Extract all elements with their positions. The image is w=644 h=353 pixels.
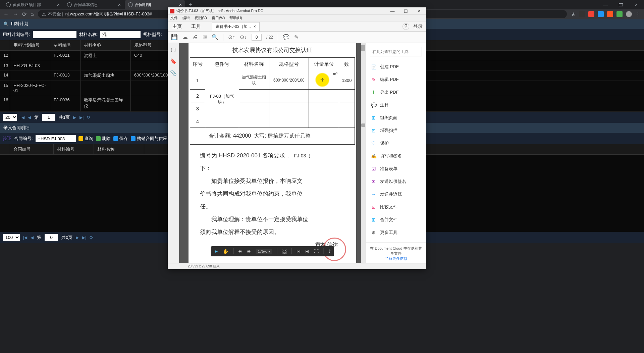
menu-item[interactable]: 编辑 <box>182 15 190 20</box>
extension-icon[interactable] <box>579 11 585 17</box>
window-maximize[interactable]: 🗖 <box>613 0 629 9</box>
acrobat-tab-home[interactable]: 主页 <box>168 23 186 30</box>
cloud-icon[interactable]: ☁ <box>182 34 188 40</box>
acrobat-tab-tools[interactable]: 工具 <box>186 23 205 30</box>
share-icon[interactable]: ⤴ <box>328 249 331 254</box>
pager-last[interactable]: ▶| <box>79 115 84 120</box>
sidebar-icon[interactable]: 🔖 <box>170 58 177 64</box>
tool-item[interactable]: ⊞组织页面 <box>366 111 426 124</box>
tool-item[interactable]: 🛡保护 <box>366 137 426 150</box>
acrobat-close[interactable]: × <box>413 7 426 15</box>
back-button[interactable]: ← <box>3 11 9 17</box>
pager-prev[interactable]: ◀ <box>28 115 31 120</box>
tab-close-icon[interactable]: × <box>118 2 121 7</box>
pager-refresh[interactable]: ⟳ <box>90 235 93 240</box>
tool-item[interactable]: ⊡比较文件 <box>366 201 426 213</box>
tool-item[interactable]: ⬇导出 PDF <box>366 86 426 99</box>
search-button[interactable]: 查询 <box>78 136 93 142</box>
acrobat-document-tab[interactable]: 询价书-FJ-03（加... × <box>212 22 260 31</box>
tool-item[interactable]: ⊡增强扫描 <box>366 124 426 137</box>
bookmark-icon[interactable]: ★ <box>571 11 576 17</box>
tool-item[interactable]: 📄创建 PDF <box>366 60 426 73</box>
pager-first[interactable]: |◀ <box>23 235 27 240</box>
select-tool-icon[interactable]: ➤ <box>214 249 218 254</box>
home-button[interactable]: ⌂ <box>31 11 34 17</box>
verify-link[interactable]: 验证 <box>3 136 11 142</box>
tools-search-input[interactable] <box>370 47 422 56</box>
page-size-select[interactable]: 20 <box>3 114 17 121</box>
print-icon[interactable]: 🖨 <box>193 34 198 40</box>
close-icon[interactable]: × <box>254 24 256 29</box>
sidebar-icon[interactable]: 📎 <box>170 70 177 76</box>
acrobat-minimize[interactable]: — <box>386 7 399 15</box>
forward-button[interactable]: → <box>13 11 18 17</box>
tool-item[interactable]: ✉发送以供签名 <box>366 175 426 188</box>
acrobat-maximize[interactable]: ☐ <box>399 7 413 15</box>
login-button[interactable]: 登录 <box>413 23 423 30</box>
contract-no-input[interactable] <box>36 135 76 142</box>
window-close[interactable]: × <box>629 0 644 9</box>
extension-icon[interactable] <box>616 11 623 17</box>
material-name-input[interactable] <box>100 31 141 38</box>
tool-item[interactable]: 💬注释 <box>366 99 426 111</box>
tool-item[interactable]: ☑准备表单 <box>366 162 426 175</box>
fit-visible-icon[interactable]: ⊞ <box>305 249 309 254</box>
tab-close-icon[interactable]: × <box>179 2 182 7</box>
read-mode-icon[interactable]: ⛶ <box>314 249 319 254</box>
page-number-input[interactable] <box>252 34 262 41</box>
menu-item[interactable]: 视图(V) <box>195 15 207 20</box>
scroll-thumb[interactable] <box>361 123 365 127</box>
page-up-icon[interactable]: ⊙↑ <box>228 34 235 40</box>
learn-more-link[interactable]: 了解更多信息 <box>369 256 423 261</box>
plan-no-input[interactable] <box>33 31 76 38</box>
menu-item[interactable]: 文件 <box>170 15 178 20</box>
pager-next[interactable]: ▶ <box>76 235 79 240</box>
zoom-out-icon[interactable]: ⊖ <box>238 249 242 254</box>
menu-item[interactable]: 窗口(W) <box>212 15 225 20</box>
window-minimize[interactable]: — <box>598 0 613 9</box>
hand-tool-icon[interactable]: ✋ <box>223 249 228 254</box>
pager-last[interactable]: ▶| <box>82 235 86 240</box>
acrobat-titlebar[interactable]: 询价书-FJ-03（加气块）.pdf - Adobe Acrobat Pro D… <box>168 7 426 15</box>
fit-width-icon[interactable]: ⿴ <box>282 249 287 254</box>
pager-prev[interactable]: ◀ <box>31 235 34 240</box>
scroll-thumb[interactable] <box>361 45 365 51</box>
profile-avatar[interactable] <box>626 11 632 17</box>
extension-icon[interactable] <box>588 11 594 17</box>
zoom-display[interactable]: 175%▾ <box>256 249 272 254</box>
tool-item[interactable]: ⊕更多工具 <box>366 226 426 239</box>
menu-item[interactable]: 帮助(H) <box>229 15 242 20</box>
save-icon[interactable]: 💾 <box>171 34 178 40</box>
browser-tab[interactable]: 黄黄铁路项目部× <box>3 0 63 9</box>
page-size-select[interactable]: 100 <box>3 234 20 241</box>
highlight-icon[interactable]: ✎ <box>294 34 299 40</box>
search-icon[interactable]: 🔍 <box>212 34 218 40</box>
sidebar-icon[interactable]: ▢ <box>171 46 176 53</box>
copy-contract-button[interactable]: 购销合同与供应 <box>131 136 167 142</box>
save-button[interactable]: 保存 <box>113 136 128 142</box>
browser-tab[interactable]: 合同基本信息× <box>64 0 124 9</box>
site-info-icon[interactable]: ⚠ <box>42 12 46 17</box>
comment-icon[interactable]: 💬 <box>283 34 289 40</box>
extension-icon[interactable] <box>598 11 604 17</box>
scrollbar[interactable] <box>361 43 366 263</box>
tool-item[interactable]: ✎编辑 PDF <box>366 73 426 86</box>
tool-item[interactable]: ⊞合并文件 <box>366 213 426 226</box>
pager-first[interactable]: |◀ <box>20 115 24 120</box>
page-input[interactable] <box>45 234 58 241</box>
pager-refresh[interactable]: ⟳ <box>87 115 91 120</box>
menu-icon[interactable]: ⋮ <box>635 11 641 17</box>
pager-next[interactable]: ▶ <box>73 115 76 120</box>
zoom-in-icon[interactable]: ⊕ <box>247 249 251 254</box>
tool-item[interactable]: ✍填写和签名 <box>366 150 426 162</box>
reload-button[interactable]: ⟳ <box>22 11 26 17</box>
email-icon[interactable]: ✉ <box>203 34 207 40</box>
extension-icon[interactable] <box>607 11 613 17</box>
page-down-icon[interactable]: ⊙↓ <box>240 34 247 40</box>
help-icon[interactable]: ? <box>402 23 409 30</box>
delete-button[interactable]: 删除 <box>96 136 111 142</box>
tab-close-icon[interactable]: × <box>57 2 60 7</box>
tool-item[interactable]: →发送并追踪 <box>366 188 426 201</box>
page-input[interactable] <box>42 114 55 121</box>
fit-page-icon[interactable]: ⊡ <box>297 249 301 254</box>
